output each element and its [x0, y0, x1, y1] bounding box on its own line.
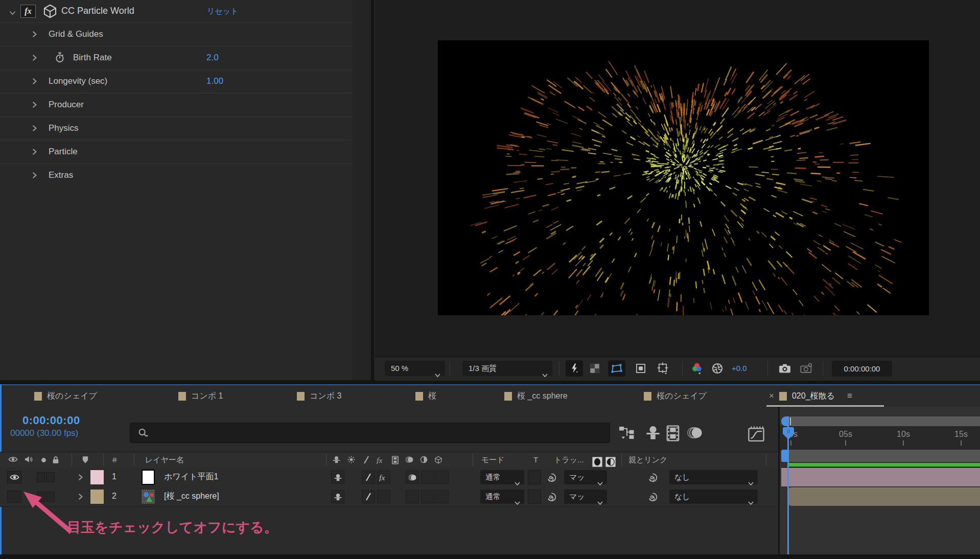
matte-pickwhip-icon[interactable]	[546, 472, 557, 485]
mask-visibility-button[interactable]	[632, 360, 649, 377]
frame-blending-icon[interactable]	[665, 425, 681, 444]
shy-switch-header-icon[interactable]	[332, 456, 341, 465]
layer-name[interactable]: ホワイト平面1	[164, 472, 218, 482]
navigator-start-handle[interactable]	[781, 416, 789, 426]
timeline-search-field[interactable]	[130, 423, 610, 443]
preserve-transparency-toggle[interactable]	[528, 470, 541, 484]
work-area-bar[interactable]	[781, 450, 980, 462]
transparency-grid-button[interactable]	[586, 360, 603, 377]
show-snapshot-icon[interactable]	[798, 360, 814, 377]
mode-header[interactable]: モード	[481, 455, 505, 465]
timeline-tab[interactable]: 桜のシェイプ	[34, 389, 97, 403]
layer-adjustment-switch[interactable]	[421, 490, 434, 503]
current-time-display[interactable]: 0:00:00:00	[22, 414, 80, 427]
effect-property-row[interactable]: Physics	[0, 117, 353, 141]
exposure-value[interactable]: +0.0	[732, 364, 747, 372]
effect-property-row[interactable]: Particle	[0, 140, 353, 164]
blend-mode-dropdown[interactable]: 通常	[480, 490, 524, 504]
region-of-interest-button[interactable]	[608, 360, 625, 377]
hide-shy-layers-icon[interactable]	[645, 425, 661, 442]
track-matte-dropdown[interactable]: マッ	[564, 470, 607, 484]
time-ruler[interactable]: 00s05s10s15s	[780, 426, 980, 450]
fx-enabled-badge[interactable]: fx	[20, 5, 36, 18]
layer-quality-switch[interactable]	[362, 471, 375, 484]
lock-column-icon[interactable]	[52, 456, 59, 466]
chevron-right-icon[interactable]	[32, 148, 37, 157]
adjustment-layer-header-icon[interactable]	[420, 456, 428, 465]
layer-label-swatch[interactable]	[90, 470, 104, 484]
panel-divider-horizontal[interactable]	[0, 380, 980, 384]
tab-close-icon[interactable]: ×	[769, 391, 774, 401]
motion-blur-icon[interactable]	[686, 425, 703, 442]
layer-motion-blur-switch[interactable]	[406, 471, 419, 484]
chevron-right-icon[interactable]	[32, 31, 37, 40]
layer-collapse-switch[interactable]	[346, 490, 360, 503]
track-matte-header[interactable]: トラッ...	[554, 455, 584, 465]
channel-rgb-button[interactable]	[689, 360, 705, 377]
frame-blend-header-icon[interactable]	[391, 456, 399, 467]
chevron-right-icon[interactable]	[32, 101, 37, 110]
fast-preview-button[interactable]	[566, 360, 583, 377]
table-row[interactable]: 2[桜 _cc sphere]通常マッなし	[0, 487, 778, 507]
blend-mode-dropdown[interactable]: 通常	[480, 470, 524, 484]
layer-shy-switch[interactable]	[331, 490, 344, 503]
preserve-transparency-header[interactable]: T	[533, 455, 538, 464]
quality-switch-header-icon[interactable]	[363, 456, 370, 466]
layer-threed-switch[interactable]	[435, 471, 449, 484]
chevron-right-icon[interactable]	[32, 78, 37, 87]
layer-solo-toggle[interactable]	[37, 472, 45, 482]
layer-frame-blend-switch[interactable]	[392, 471, 406, 484]
chevron-right-icon[interactable]	[32, 125, 37, 134]
stopwatch-icon[interactable]	[55, 52, 64, 65]
layer-motion-blur-switch[interactable]	[406, 490, 419, 503]
layer-adjustment-switch[interactable]	[421, 471, 434, 484]
eye-column-icon[interactable]	[8, 456, 18, 465]
chevron-right-icon[interactable]	[32, 54, 37, 63]
layer-label-swatch[interactable]	[90, 490, 104, 504]
layer-fx-switch[interactable]: fx	[377, 471, 390, 484]
layer-shy-switch[interactable]	[331, 471, 344, 484]
fx-switch-header-icon[interactable]: fx	[376, 456, 386, 466]
preserve-transparency-toggle[interactable]	[528, 490, 541, 504]
layer-frame-blend-switch[interactable]	[392, 490, 406, 503]
time-navigator-bar[interactable]	[781, 416, 980, 426]
playhead-marker[interactable]	[782, 427, 795, 446]
layer-threed-switch[interactable]	[435, 490, 449, 503]
timeline-tab[interactable]: 桜 _cc sphere	[504, 389, 568, 403]
viewer-timecode[interactable]: 0:00:00:00	[832, 361, 892, 377]
effect-property-row[interactable]: Longevity (sec)1.00	[0, 69, 353, 94]
parent-link-dropdown[interactable]: なし	[669, 470, 758, 484]
effect-property-value[interactable]: 1.00	[206, 76, 223, 86]
layer-quality-switch[interactable]	[362, 490, 375, 503]
timeline-tab[interactable]: 桜のシェイプ	[644, 389, 707, 403]
layer-duration-bar[interactable]	[781, 468, 980, 486]
effect-property-row[interactable]: Birth Rate2.0	[0, 46, 353, 70]
graph-editor-icon[interactable]	[747, 425, 765, 445]
table-row[interactable]: 1ホワイト平面1fx通常マッなし	[0, 468, 778, 487]
collapse-switch-header-icon[interactable]	[347, 456, 355, 465]
effect-property-row[interactable]: Grid & Guides	[0, 22, 353, 46]
layer-lock-toggle[interactable]	[46, 472, 55, 482]
panel-divider-vertical[interactable]	[353, 0, 375, 380]
exposure-icon[interactable]	[709, 360, 726, 377]
motion-blur-header-icon[interactable]	[405, 456, 414, 465]
audio-column-icon[interactable]	[25, 456, 33, 465]
guides-grid-options-button[interactable]	[654, 360, 671, 377]
chevron-right-icon[interactable]	[32, 172, 37, 181]
layer-name-header[interactable]: レイヤー名	[145, 455, 184, 465]
composition-mini-flowchart-icon[interactable]	[618, 425, 636, 442]
timeline-tab[interactable]: 桜	[415, 389, 436, 403]
timeline-tab[interactable]: コンポ 3	[297, 389, 341, 403]
parent-link-dropdown[interactable]: なし	[669, 490, 758, 504]
composition-view[interactable]	[438, 40, 929, 315]
track-matte-dropdown[interactable]: マッ	[564, 490, 607, 504]
label-column-icon[interactable]	[82, 456, 89, 466]
solo-column-icon[interactable]	[41, 456, 46, 465]
timeline-tab[interactable]: コンポ 1	[178, 389, 223, 403]
layer-name[interactable]: [桜 _cc sphere]	[164, 491, 219, 502]
parent-pickwhip-icon[interactable]	[647, 472, 658, 485]
timeline-tab[interactable]: ×020_桜散る≡	[769, 389, 852, 403]
effect-property-row[interactable]: Producer	[0, 93, 353, 117]
effect-property-value[interactable]: 2.0	[206, 53, 219, 63]
matte-pickwhip-icon[interactable]	[546, 491, 557, 504]
